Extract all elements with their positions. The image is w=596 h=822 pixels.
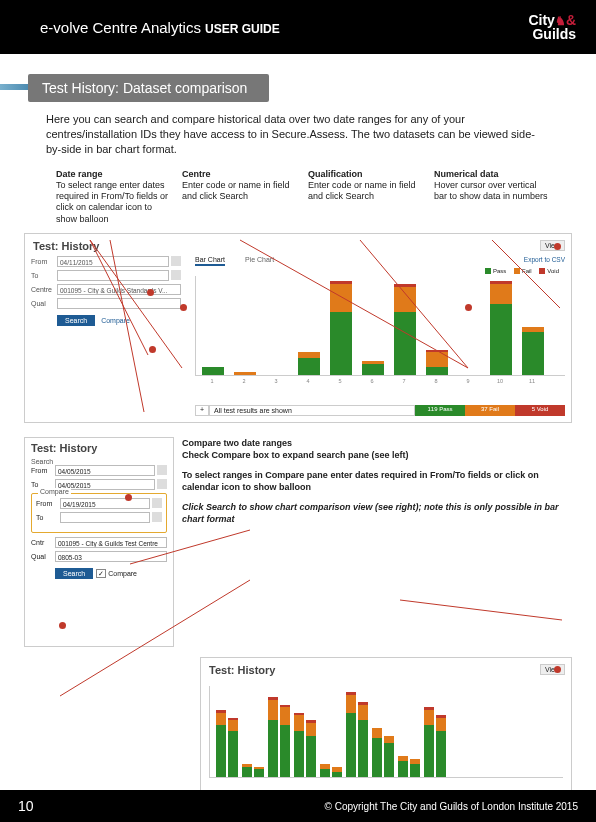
search-button[interactable]: Search	[57, 315, 95, 326]
x-axis-labels: 1234567891011	[195, 376, 565, 386]
chart-area: Bar Chart Pie Chart Export to CSV Pass F…	[195, 256, 565, 392]
from-input[interactable]: 04/05/2015	[55, 465, 155, 476]
calendar-icon[interactable]	[152, 498, 162, 508]
comparison-bar-chart	[209, 686, 563, 778]
search-panel: From04/11/2015 To Centre001095 - City & …	[31, 256, 181, 326]
centre-input[interactable]: 001095 - City & Guilds Standards V...	[57, 284, 181, 295]
pointer-dot	[180, 304, 187, 311]
intro-text: Here you can search and compare historic…	[0, 102, 596, 169]
pointer-dot	[59, 622, 66, 629]
pointer-dot	[554, 666, 561, 673]
pointer-dot	[554, 243, 561, 250]
pointer-dot	[125, 494, 132, 501]
callout-date-range: Date rangeTo select range enter dates re…	[56, 169, 172, 225]
panel-title: Test: History	[31, 442, 167, 458]
search-button[interactable]: Search	[55, 568, 93, 579]
callout-numerical: Numerical dataHover cursor over vertical…	[434, 169, 550, 225]
centre-label: Centre	[31, 286, 57, 293]
to-input[interactable]	[57, 270, 169, 281]
page-footer: 10 © Copyright The City and Guilds of Lo…	[0, 790, 596, 822]
calendar-icon[interactable]	[152, 512, 162, 522]
page-header: e-volve Centre Analytics USER GUIDE City…	[0, 0, 596, 54]
to-label: To	[31, 272, 57, 279]
chart-tabs: Bar Chart Pie Chart	[195, 256, 565, 266]
screenshot-compare-panel: Test: History Search From04/05/2015 To04…	[24, 437, 174, 647]
panel-title: Test: History	[201, 658, 571, 676]
summary-pass: 119 Pass	[415, 405, 465, 416]
compare-from-input[interactable]: 04/19/2015	[60, 498, 150, 509]
calendar-icon[interactable]	[171, 256, 181, 266]
header-title: e-volve Centre Analytics USER GUIDE	[40, 19, 280, 36]
section-title: Test History: Dataset comparison	[28, 74, 269, 102]
callout-qualification: QualificationEnter code or name in field…	[308, 169, 424, 225]
pointer-dot	[465, 304, 472, 311]
brand-logo: City♞& Guilds	[528, 13, 576, 41]
qual-input[interactable]: 0805-03	[55, 551, 167, 562]
pointer-dot	[149, 346, 156, 353]
callout-row: Date rangeTo select range enter dates re…	[0, 169, 596, 229]
product-name: e-volve Centre Analytics	[40, 19, 205, 36]
calendar-icon[interactable]	[171, 270, 181, 280]
copyright-text: © Copyright The City and Guilds of Londo…	[325, 801, 578, 812]
view-button[interactable]: View	[540, 664, 565, 675]
summary-void: 5 Void	[515, 405, 565, 416]
page-number: 10	[18, 798, 34, 814]
pointer-dot	[147, 289, 154, 296]
calendar-icon[interactable]	[157, 479, 167, 489]
from-label: From	[31, 258, 57, 265]
panel-title: Test: History	[25, 234, 571, 252]
tab-pie-chart[interactable]: Pie Chart	[245, 256, 274, 266]
qual-label: Qual	[31, 300, 57, 307]
compare-to-input[interactable]	[60, 512, 150, 523]
chart-legend: Pass Fail Void	[195, 268, 559, 274]
summary-row: + All test results are shown 119 Pass 37…	[195, 405, 565, 416]
qual-input[interactable]	[57, 298, 181, 309]
view-button[interactable]: View	[540, 240, 565, 251]
calendar-icon[interactable]	[157, 465, 167, 475]
instruction-text: Compare two date rangesCheck Compare box…	[182, 437, 572, 647]
section-header: Test History: Dataset comparison	[0, 74, 596, 102]
compare-link[interactable]: Compare	[101, 317, 130, 324]
compare-checkbox[interactable]: ✓ Compare	[96, 569, 137, 578]
summary-label: All test results are shown	[209, 405, 415, 416]
expand-icon[interactable]: +	[195, 405, 209, 416]
export-csv-link[interactable]: Export to CSV	[524, 256, 565, 263]
compare-box: Compare From04/19/2015 To	[31, 493, 167, 533]
tab-bar-chart[interactable]: Bar Chart	[195, 256, 225, 266]
screenshot-comparison-chart: Test: History View + Results 26 12 3 22 …	[200, 657, 572, 811]
bar-chart	[195, 276, 565, 376]
centre-input[interactable]: 001095 - City & Guilds Test Centre	[55, 537, 167, 548]
summary-fail: 37 Fail	[465, 405, 515, 416]
screenshot-test-history-main: Test: History View From04/11/2015 To Cen…	[24, 233, 572, 423]
from-input[interactable]: 04/11/2015	[57, 256, 169, 267]
user-guide-label: USER GUIDE	[205, 22, 280, 36]
callout-centre: CentreEnter code or name in field and cl…	[182, 169, 298, 225]
